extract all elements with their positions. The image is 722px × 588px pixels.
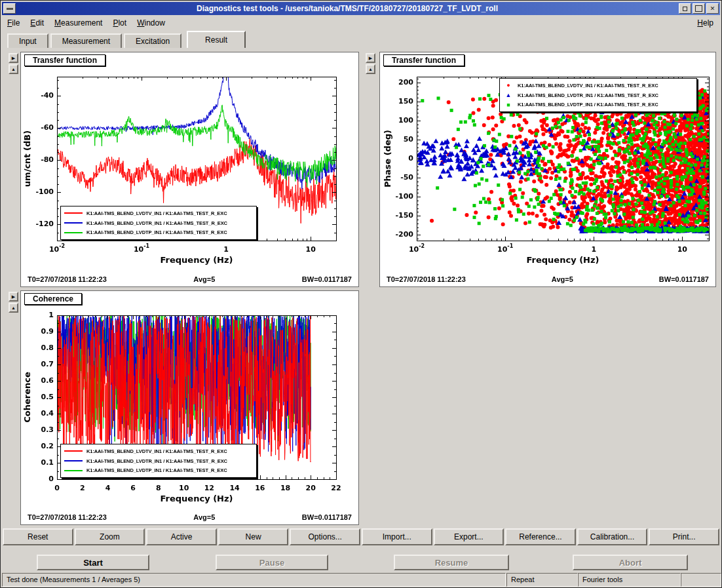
legend-coherence: K1:AAI-TMS_BLEND_LVDTV_IN1 / K1:AAI-TMS_… bbox=[60, 444, 257, 478]
resume-button[interactable]: Resume bbox=[394, 555, 509, 570]
zoom-button[interactable]: Zoom bbox=[75, 528, 145, 545]
legend-entry: K1:AAI-TMS_BLEND_LVDTP_IN1 / K1:AAI-TMS_… bbox=[64, 465, 253, 475]
tab-input[interactable]: Input bbox=[7, 33, 48, 48]
status-repeat: Repeat bbox=[506, 573, 578, 587]
plot-panel-coherence: Coherence K1:AAI-TMS_BLEND_LVDTV_IN1 / K… bbox=[20, 290, 359, 525]
trace-line-icon bbox=[64, 460, 83, 461]
footer-t0: T0=27/07/2018 11:22:23 bbox=[28, 513, 107, 521]
status-spare bbox=[681, 573, 721, 587]
footer-bw: BW=0.0117187 bbox=[302, 513, 352, 521]
abort-button[interactable]: Abort bbox=[573, 555, 688, 570]
plot-title-box: Coherence bbox=[24, 293, 82, 305]
status-message: Test done (Measurements 1 / Averages 5) bbox=[2, 573, 506, 587]
plot-panel-transfer-magnitude: Transfer function K1:AAI-TMS_BLEND_LVDTV… bbox=[20, 52, 359, 287]
legend-entry: K1:AAI-TMS_BLEND_LVDTP_IN1 / K1:AAI-TMS_… bbox=[64, 227, 253, 237]
plot-title: Coherence bbox=[33, 294, 73, 304]
legend-entry: ▲K1:AAI-TMS_BLEND_LVDTR_IN1 / K1:AAI-TMS… bbox=[503, 90, 693, 100]
square-marker-icon: ■ bbox=[503, 102, 514, 108]
menu-file[interactable]: File bbox=[2, 16, 25, 30]
start-button[interactable]: Start bbox=[37, 555, 149, 570]
footer-avg: Avg=5 bbox=[193, 513, 215, 521]
legend-entry: K1:AAI-TMS_BLEND_LVDTR_IN1 / K1:AAI-TMS_… bbox=[64, 218, 253, 228]
tab-excitation[interactable]: Excitation bbox=[124, 33, 181, 48]
calibration-button[interactable]: Calibration... bbox=[577, 528, 648, 545]
window-menu-icon bbox=[7, 8, 13, 10]
trace-line-icon bbox=[64, 470, 83, 471]
legend-magnitude: K1:AAI-TMS_BLEND_LVDTV_IN1 / K1:AAI-TMS_… bbox=[60, 206, 257, 240]
titlebar: Diagnostics test tools - /users/tanioka/… bbox=[2, 2, 720, 15]
pause-button[interactable]: Pause bbox=[216, 555, 328, 570]
pad-arrow-right-button[interactable]: ▶ bbox=[366, 53, 375, 63]
reference-button[interactable]: Reference... bbox=[505, 528, 576, 545]
triangle-marker-icon: ▲ bbox=[503, 92, 514, 98]
menu-measurement[interactable]: Measurement bbox=[49, 16, 107, 30]
close-button[interactable]: ✕ bbox=[706, 3, 719, 14]
close-icon: ✕ bbox=[710, 6, 715, 12]
options-button[interactable]: Options... bbox=[290, 528, 360, 545]
legend-entry: K1:AAI-TMS_BLEND_LVDTR_IN1 / K1:AAI-TMS_… bbox=[64, 456, 253, 466]
menu-edit[interactable]: Edit bbox=[25, 16, 49, 30]
legend-phase: ●K1:AAI-TMS_BLEND_LVDTV_IN1 / K1:AAI-TMS… bbox=[499, 78, 697, 112]
plot-title: Transfer function bbox=[33, 56, 97, 65]
reset-button[interactable]: Reset bbox=[3, 528, 73, 545]
footer-bw: BW=0.0117187 bbox=[302, 275, 352, 283]
window-title: Diagnostics test tools - /users/tanioka/… bbox=[16, 4, 678, 13]
minimize-button[interactable] bbox=[679, 3, 691, 14]
plot-footer: T0=27/07/2018 11:22:23 Avg=5 BW=0.011718… bbox=[28, 513, 352, 521]
plot-title-box: Transfer function bbox=[383, 54, 465, 66]
tab-result[interactable]: Result bbox=[187, 31, 246, 48]
menu-help[interactable]: Help bbox=[691, 16, 720, 30]
maximize-button[interactable] bbox=[693, 3, 705, 14]
tab-bar: Input Measurement Excitation Result bbox=[2, 31, 720, 48]
trace-line-icon bbox=[64, 212, 83, 214]
active-button[interactable]: Active bbox=[146, 528, 217, 545]
pad-arrow-up-button[interactable]: ▲ bbox=[366, 64, 375, 74]
pad-arrow-right-button[interactable]: ▶ bbox=[9, 292, 18, 302]
toolbar: Reset Zoom Active New Options... Import.… bbox=[2, 528, 720, 545]
magnitude-plot-canvas[interactable] bbox=[21, 52, 358, 286]
footer-t0: T0=27/07/2018 11:22:23 bbox=[28, 275, 107, 283]
circle-marker-icon: ● bbox=[503, 82, 514, 88]
plot-title: Transfer function bbox=[392, 56, 456, 65]
footer-avg: Avg=5 bbox=[552, 275, 573, 283]
footer-t0: T0=27/07/2018 11:22:23 bbox=[387, 275, 466, 283]
plot-title-box: Transfer function bbox=[24, 54, 105, 66]
footer-bw: BW=0.0117187 bbox=[659, 275, 709, 283]
maximize-icon bbox=[695, 5, 702, 12]
plot-footer: T0=27/07/2018 11:22:23 Avg=5 BW=0.011718… bbox=[28, 275, 352, 283]
minimize-icon bbox=[683, 7, 687, 11]
plot-footer: T0=27/07/2018 11:22:23 Avg=5 BW=0.011718… bbox=[387, 275, 709, 283]
menu-window[interactable]: Window bbox=[132, 16, 170, 30]
app-window: Diagnostics test tools - /users/tanioka/… bbox=[0, 0, 722, 588]
window-menu-button[interactable] bbox=[3, 3, 16, 14]
new-button[interactable]: New bbox=[218, 528, 289, 545]
footer-avg: Avg=5 bbox=[193, 275, 215, 283]
export-button[interactable]: Export... bbox=[434, 528, 504, 545]
trace-line-icon bbox=[64, 450, 83, 452]
menu-plot[interactable]: Plot bbox=[107, 16, 132, 30]
pad-arrow-up-button[interactable]: ▲ bbox=[9, 303, 18, 313]
import-button[interactable]: Import... bbox=[362, 528, 432, 545]
pad-arrow-right-button[interactable]: ▶ bbox=[9, 53, 18, 63]
trace-line-icon bbox=[64, 222, 83, 224]
legend-entry: K1:AAI-TMS_BLEND_LVDTV_IN1 / K1:AAI-TMS_… bbox=[64, 208, 253, 218]
tab-measurement[interactable]: Measurement bbox=[50, 33, 122, 48]
legend-entry: ●K1:AAI-TMS_BLEND_LVDTV_IN1 / K1:AAI-TMS… bbox=[503, 81, 693, 90]
coherence-plot-canvas[interactable] bbox=[21, 291, 358, 524]
print-button[interactable]: Print... bbox=[649, 528, 719, 545]
pad-arrow-up-button[interactable]: ▲ bbox=[9, 64, 18, 74]
legend-entry: K1:AAI-TMS_BLEND_LVDTV_IN1 / K1:AAI-TMS_… bbox=[64, 446, 253, 456]
legend-entry: ■K1:AAI-TMS_BLEND_LVDTP_IN1 / K1:AAI-TMS… bbox=[503, 100, 693, 109]
plot-panel-transfer-phase: Transfer function ●K1:AAI-TMS_BLEND_LVDT… bbox=[379, 52, 716, 287]
menubar: File Edit Measurement Plot Window Help bbox=[2, 15, 720, 31]
status-fourier-tools: Fourier tools bbox=[578, 573, 681, 587]
trace-line-icon bbox=[64, 232, 83, 233]
